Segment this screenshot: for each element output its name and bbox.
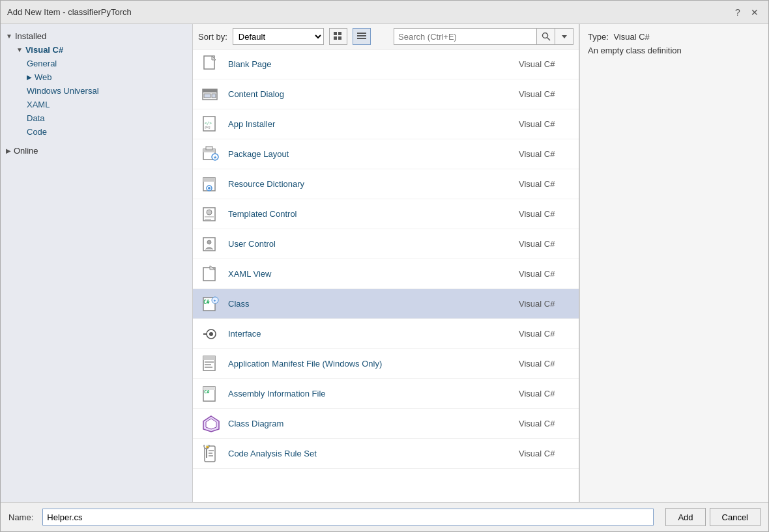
- sidebar-data[interactable]: Data: [1, 111, 192, 125]
- svg-rect-25: [203, 178, 215, 182]
- item-type: Visual C#: [519, 149, 571, 159]
- name-label: Name:: [8, 512, 33, 522]
- svg-rect-5: [357, 35, 366, 36]
- svg-rect-46: [205, 364, 211, 365]
- svg-text:</>: </>: [205, 120, 212, 125]
- chevron-down-icon: [562, 34, 567, 39]
- title-bar-controls: ? ✕: [731, 5, 762, 20]
- list-item[interactable]: C# Assembly Information File Visual C#: [193, 379, 579, 409]
- name-input[interactable]: [42, 509, 654, 525]
- list-item[interactable]: Resource Dictionary Visual C#: [193, 169, 579, 199]
- item-type: Visual C#: [519, 419, 571, 428]
- sidebar-xaml[interactable]: XAML: [1, 98, 192, 111]
- item-type: Visual C#: [519, 209, 571, 219]
- sort-select[interactable]: Default Name Type: [233, 28, 324, 45]
- web-expand-icon: ▶: [27, 74, 32, 81]
- svg-rect-30: [205, 216, 214, 217]
- list-item[interactable]: XAML View Visual C#: [193, 259, 579, 289]
- list-item-class[interactable]: C# ✦ Class Visual C#: [193, 289, 579, 319]
- type-prefix: Type:: [588, 32, 609, 42]
- add-button[interactable]: Add: [665, 508, 705, 526]
- item-type: Visual C#: [519, 239, 571, 249]
- svg-rect-21: [206, 147, 212, 150]
- svg-rect-50: [203, 387, 215, 390]
- content-dialog-icon: [201, 84, 222, 105]
- sidebar-general[interactable]: General: [1, 57, 192, 70]
- item-name: Package Layout: [228, 149, 519, 159]
- installed-triangle-icon: ▼: [6, 33, 12, 40]
- search-dropdown-button[interactable]: [555, 28, 573, 45]
- svg-text:C#: C#: [204, 389, 210, 395]
- blank-page-icon: [201, 54, 222, 75]
- list-item[interactable]: User Control Visual C#: [193, 229, 579, 259]
- code-analysis-icon: 🔒: [201, 443, 222, 464]
- svg-rect-3: [338, 36, 341, 40]
- title-bar: Add New Item - classifierPyTorch ? ✕: [1, 1, 768, 24]
- visual-csharp-triangle-icon: ▼: [16, 46, 23, 53]
- svg-rect-2: [334, 36, 337, 40]
- item-type: Visual C#: [519, 119, 571, 129]
- sidebar-windows-universal[interactable]: Windows Universal: [1, 84, 192, 98]
- search-button[interactable]: [537, 28, 555, 45]
- search-input[interactable]: [394, 28, 537, 45]
- sidebar-web[interactable]: ▶ Web: [1, 70, 192, 84]
- grid-view-button[interactable]: [329, 28, 347, 45]
- help-button[interactable]: ?: [731, 5, 745, 20]
- item-type: Visual C#: [519, 269, 571, 279]
- list-item[interactable]: 🔒 Code Analysis Rule Set Visual C#: [193, 439, 579, 469]
- cancel-button[interactable]: Cancel: [710, 508, 761, 526]
- class-icon: C# ✦: [201, 294, 222, 315]
- svg-rect-55: [209, 450, 214, 451]
- package-layout-icon: ★: [201, 144, 222, 165]
- list-item[interactable]: </> .pkg App Installer Visual C#: [193, 109, 579, 139]
- svg-text:.pkg: .pkg: [204, 125, 210, 129]
- type-row: Type: Visual C#: [588, 32, 761, 42]
- svg-point-29: [207, 210, 212, 215]
- list-item[interactable]: ★ Package Layout Visual C#: [193, 139, 579, 169]
- svg-rect-57: [209, 455, 213, 456]
- list-view-button[interactable]: [353, 28, 371, 45]
- toolbar: Sort by: Default Name Type: [193, 24, 579, 49]
- svg-marker-9: [562, 35, 567, 38]
- item-name: User Control: [228, 239, 519, 249]
- sidebar-installed-header[interactable]: ▼ Installed: [1, 29, 192, 43]
- item-name: Class Diagram: [228, 419, 519, 428]
- sidebar-visual-csharp-label: Visual C#: [25, 45, 63, 55]
- search-icon: [542, 32, 551, 41]
- middle-panel: Sort by: Default Name Type: [193, 24, 579, 502]
- sidebar-visual-csharp-header[interactable]: ▼ Visual C#: [1, 43, 192, 57]
- item-name: Application Manifest File (Windows Only): [228, 359, 519, 369]
- svg-point-27: [208, 187, 210, 189]
- list-item[interactable]: Interface Visual C#: [193, 319, 579, 349]
- sort-by-label: Sort by:: [198, 32, 227, 42]
- close-button[interactable]: ✕: [747, 5, 762, 20]
- right-panel: Type: Visual C# An empty class definitio…: [579, 24, 768, 502]
- svg-rect-6: [357, 38, 366, 39]
- bottom-bar: Name: Add Cancel: [1, 502, 768, 531]
- svg-rect-15: [212, 94, 216, 98]
- list-view-icon: [357, 32, 366, 41]
- grid-view-icon: [334, 32, 343, 41]
- sidebar-code[interactable]: Code: [1, 125, 192, 139]
- list-item[interactable]: Blank Page Visual C#: [193, 49, 579, 79]
- svg-rect-44: [203, 356, 215, 360]
- item-name: Blank Page: [228, 59, 519, 69]
- sidebar-online-header[interactable]: ▶ Online: [1, 144, 192, 158]
- svg-text:C#: C#: [203, 300, 210, 305]
- item-name: Templated Control: [228, 209, 519, 219]
- item-type: Visual C#: [519, 389, 571, 399]
- list-item[interactable]: Content Dialog Visual C#: [193, 79, 579, 109]
- type-description: An empty class definition: [588, 46, 761, 55]
- dialog-title: Add New Item - classifierPyTorch: [7, 7, 132, 17]
- svg-rect-0: [334, 32, 337, 35]
- list-item[interactable]: Application Manifest File (Windows Only)…: [193, 349, 579, 379]
- svg-line-8: [547, 38, 550, 41]
- item-name: Content Dialog: [228, 89, 519, 99]
- dialog-content: ▼ Installed ▼ Visual C# General ▶ Web Wi…: [1, 24, 768, 502]
- svg-rect-4: [357, 33, 366, 34]
- list-item[interactable]: Class Diagram Visual C#: [193, 409, 579, 439]
- list-item[interactable]: Templated Control Visual C#: [193, 199, 579, 229]
- item-name: Resource Dictionary: [228, 179, 519, 189]
- item-name: Interface: [228, 329, 519, 339]
- item-name: XAML View: [228, 269, 519, 279]
